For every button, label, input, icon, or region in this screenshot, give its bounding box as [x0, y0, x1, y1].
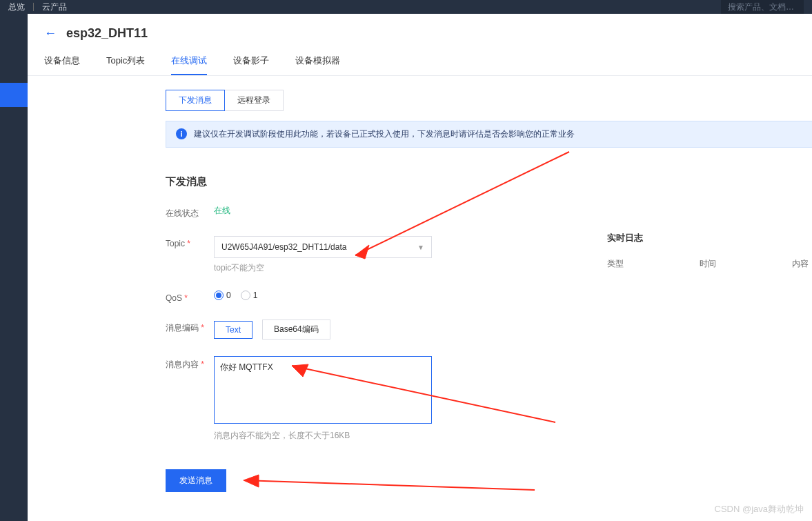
log-col-content: 内容	[792, 258, 809, 270]
device-tabs: 设备信息 Topic列表 在线调试 设备影子 设备模拟器	[28, 45, 812, 76]
alert-text: 建议仅在开发调试阶段使用此功能，若设备已正式投入使用，下发消息时请评估是否会影响…	[194, 128, 575, 140]
status-value: 在线	[214, 205, 812, 217]
encoding-text-button[interactable]: Text	[214, 321, 252, 339]
topic-value: U2W65J4A91/esp32_DHT11/data	[221, 242, 346, 252]
label-encoding: 消息编码 *	[166, 320, 214, 334]
log-col-time: 时间	[700, 258, 716, 270]
subtab-remote-login[interactable]: 远程登录	[225, 90, 284, 111]
tab-topic-list[interactable]: Topic列表	[106, 55, 145, 75]
top-bar: 总览 云产品 搜索产品、文档…	[0, 0, 812, 14]
message-textarea[interactable]	[214, 356, 432, 424]
page-title: esp32_DHT11	[66, 26, 148, 41]
encoding-base64-button[interactable]: Base64编码	[262, 320, 330, 340]
label-message: 消息内容 *	[166, 356, 214, 371]
subtab-send-message[interactable]: 下发消息	[166, 90, 225, 111]
radio-icon	[241, 291, 250, 300]
label-qos: QoS *	[166, 291, 214, 303]
sidebar-item-active[interactable]	[0, 83, 28, 107]
message-hint: 消息内容不能为空，长度不大于16KB	[214, 430, 812, 442]
info-icon: i	[176, 128, 187, 139]
label-topic: Topic *	[166, 236, 214, 248]
qos-radio-0[interactable]: 0	[214, 291, 231, 300]
log-title: 实时日志	[607, 232, 812, 244]
section-title: 下发消息	[166, 175, 812, 188]
qos-radio-1[interactable]: 1	[241, 291, 258, 300]
sub-tabs: 下发消息 远程登录	[166, 90, 812, 111]
tab-device-simulator[interactable]: 设备模拟器	[295, 55, 340, 75]
info-alert: i 建议仅在开发调试阶段使用此功能，若设备已正式投入使用，下发消息时请评估是否会…	[166, 121, 812, 148]
watermark: CSDN @java舞动乾坤	[715, 503, 804, 515]
back-arrow-icon[interactable]: ←	[44, 26, 57, 41]
realtime-log-panel: 实时日志 类型 时间 内容	[607, 232, 812, 270]
tab-device-shadow[interactable]: 设备影子	[233, 55, 269, 75]
nav-cloud-products[interactable]: 云产品	[42, 1, 67, 13]
send-message-button[interactable]: 发送消息	[166, 469, 226, 492]
radio-icon	[214, 291, 224, 300]
log-col-type: 类型	[607, 258, 624, 270]
chevron-down-icon: ▼	[417, 244, 424, 251]
label-status: 在线状态	[166, 205, 214, 219]
search-input[interactable]: 搜索产品、文档…	[721, 0, 804, 14]
tab-device-info[interactable]: 设备信息	[44, 55, 80, 75]
topic-select[interactable]: U2W65J4A91/esp32_DHT11/data ▼	[214, 236, 432, 258]
nav-overview[interactable]: 总览	[8, 1, 25, 13]
sidebar	[0, 14, 28, 521]
divider	[33, 3, 34, 11]
tab-online-debug[interactable]: 在线调试	[171, 55, 207, 75]
